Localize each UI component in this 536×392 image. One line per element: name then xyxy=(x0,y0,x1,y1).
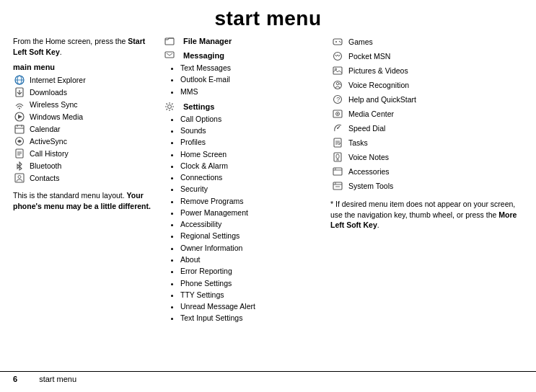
list-item: About xyxy=(180,254,323,265)
settings-section: Settings Call Options Sounds Profiles Ho… xyxy=(163,102,323,324)
list-item: Pictures & Videos xyxy=(330,65,523,76)
system-tools-icon xyxy=(330,180,345,192)
internet-explorer-icon xyxy=(13,75,26,85)
settings-label: Settings xyxy=(183,102,214,111)
svg-point-21 xyxy=(168,104,172,108)
svg-marker-7 xyxy=(18,115,22,119)
left-menu-list: Internet Explorer Downloads Wireless Syn… xyxy=(13,75,157,183)
file-manager-label: File Manager xyxy=(183,37,232,45)
bluetooth-icon xyxy=(13,161,26,171)
calendar-label: Calendar xyxy=(30,125,61,133)
footer-regular: This is the standard menu layout. xyxy=(13,191,127,200)
list-item: Accessories xyxy=(330,166,523,177)
list-item: Downloads xyxy=(13,87,157,97)
settings-title: Settings xyxy=(163,102,323,112)
speed-dial-icon xyxy=(330,122,345,134)
list-item: Security xyxy=(180,183,323,195)
bottom-bar: 6 start menu xyxy=(0,371,536,386)
messaging-section: Messaging Text Messages Outlook E-mail M… xyxy=(163,50,323,97)
list-item: Remove Programs xyxy=(180,195,323,207)
media-center-icon xyxy=(330,108,345,120)
right-footer-text: * If desired menu item does not appear o… xyxy=(330,200,515,219)
tasks-icon xyxy=(330,137,345,148)
list-item: ActiveSync xyxy=(13,136,157,146)
activesync-icon xyxy=(13,136,26,146)
svg-point-38 xyxy=(337,128,338,129)
downloads-icon xyxy=(13,87,26,97)
list-item: Home Screen xyxy=(180,148,323,160)
list-item: Calendar xyxy=(13,124,157,134)
voice-recognition-label: Voice Recognition xyxy=(348,81,409,89)
messaging-title: Messaging xyxy=(163,50,323,61)
right-footer-end: . xyxy=(377,220,379,229)
settings-list: Call Options Sounds Profiles Home Screen… xyxy=(163,113,323,324)
right-footer: * If desired menu item does not appear o… xyxy=(330,199,523,231)
tasks-label: Tasks xyxy=(348,138,368,147)
list-item: Voice Recognition xyxy=(330,79,523,91)
list-item: Call Options xyxy=(180,113,323,125)
help-quickstart-icon: ? xyxy=(330,94,345,105)
call-history-icon xyxy=(13,148,26,159)
voice-notes-label: Voice Notes xyxy=(348,153,389,161)
pocket-msn-icon xyxy=(330,50,345,62)
windows-media-label: Windows Media xyxy=(30,112,83,121)
middle-column: File Manager Messaging Text Messages Out… xyxy=(157,36,323,329)
games-label: Games xyxy=(348,37,373,46)
internet-explorer-label: Internet Explorer xyxy=(30,76,86,84)
list-item: Windows Media xyxy=(13,112,157,122)
right-menu-list: Games Pocket MSN Pictures & Videos xyxy=(330,36,523,192)
wireless-sync-label: Wireless Sync xyxy=(30,100,78,109)
intro-regular: From the Home screen, press the xyxy=(13,37,128,45)
games-icon xyxy=(330,36,345,48)
list-item: Error Reporting xyxy=(180,265,323,277)
list-item: Owner Information xyxy=(180,242,323,254)
accessories-label: Accessories xyxy=(348,167,390,176)
svg-point-26 xyxy=(340,42,341,43)
list-item: System Tools xyxy=(330,180,523,192)
svg-point-31 xyxy=(336,82,339,85)
list-item: Clock & Alarm xyxy=(180,160,323,172)
windows-media-icon xyxy=(13,112,26,122)
page-title: start menu xyxy=(13,7,523,30)
list-item: Bluetooth xyxy=(13,161,157,171)
pictures-videos-icon xyxy=(330,65,345,76)
file-manager-section: File Manager xyxy=(163,36,323,46)
messaging-label: Messaging xyxy=(183,51,224,60)
voice-notes-icon xyxy=(330,151,345,163)
content-area: From the Home screen, press the Start Le… xyxy=(13,36,523,329)
list-item: Speed Dial xyxy=(330,122,523,134)
wireless-sync-icon xyxy=(13,99,26,110)
messaging-icon xyxy=(163,50,176,61)
intro-text: From the Home screen, press the Start Le… xyxy=(13,36,157,57)
page-number: 6 xyxy=(13,375,17,383)
contacts-label: Contacts xyxy=(30,174,59,182)
help-quickstart-label: Help and QuickStart xyxy=(348,95,416,104)
list-item: Regional Settings xyxy=(180,230,323,241)
svg-rect-8 xyxy=(15,125,24,133)
list-item: TTY Settings xyxy=(180,289,323,300)
svg-rect-49 xyxy=(333,182,342,190)
svg-point-27 xyxy=(334,53,342,61)
list-item: Text Input Settings xyxy=(180,312,323,324)
list-item: ? Help and QuickStart xyxy=(330,94,523,105)
list-item: Text Messages xyxy=(180,62,323,74)
settings-icon xyxy=(163,102,176,112)
pocket-msn-label: Pocket MSN xyxy=(348,52,390,61)
file-manager-title: File Manager xyxy=(163,36,323,46)
svg-point-25 xyxy=(339,41,340,42)
list-item: Voice Notes xyxy=(330,151,523,163)
list-item: Sounds xyxy=(180,125,323,136)
svg-text:?: ? xyxy=(336,96,340,103)
bottom-label: start menu xyxy=(39,375,76,383)
svg-point-5 xyxy=(19,108,20,110)
list-item: MMS xyxy=(180,86,323,97)
svg-rect-20 xyxy=(165,52,174,58)
activesync-label: ActiveSync xyxy=(30,137,67,146)
main-menu-heading: main menu xyxy=(13,63,157,71)
list-item: Call History xyxy=(13,148,157,159)
list-item: Games xyxy=(330,36,523,48)
intro-period: . xyxy=(60,48,62,56)
pictures-videos-label: Pictures & Videos xyxy=(348,66,408,75)
system-tools-label: System Tools xyxy=(348,182,393,190)
messaging-list: Text Messages Outlook E-mail MMS xyxy=(163,62,323,97)
